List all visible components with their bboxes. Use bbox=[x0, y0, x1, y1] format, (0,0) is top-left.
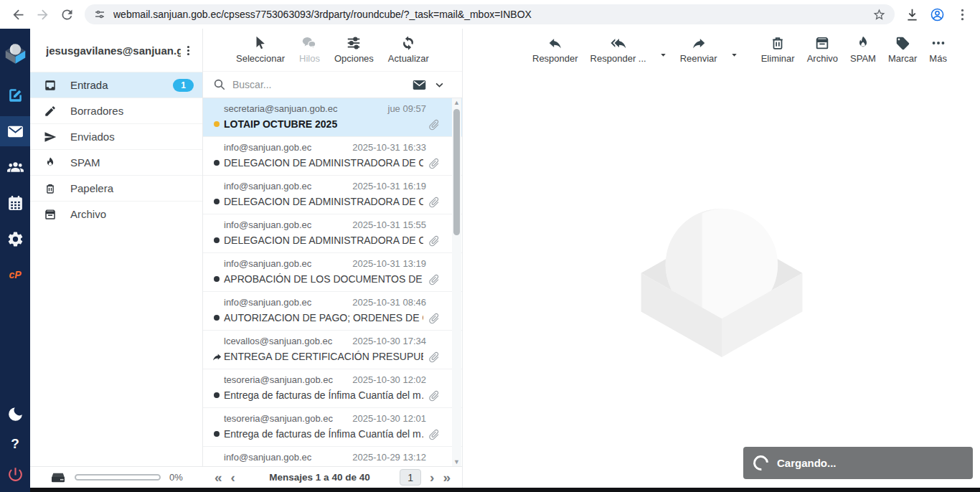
message-row[interactable]: info@sanjuan.gob.ec 2025-10-31 16:33 DEL… bbox=[203, 137, 462, 176]
message-list: secretaria@sanjuan.gob.ec jue 09:57 LOTA… bbox=[203, 98, 462, 466]
browser-menu-icon[interactable] bbox=[955, 7, 970, 22]
attachment-icon bbox=[428, 196, 440, 209]
download-icon[interactable] bbox=[905, 7, 920, 22]
loading-toast: Cargando... bbox=[743, 447, 973, 479]
reply-all-button[interactable]: Responder ... bbox=[590, 35, 646, 64]
message-row[interactable]: info@sanjuan.gob.ec 2025-10-31 16:19 DEL… bbox=[203, 176, 462, 214]
refresh-button[interactable]: Actualizar bbox=[388, 35, 429, 64]
bookmark-star-icon[interactable] bbox=[872, 8, 886, 22]
message-subject: Entrega de facturas de Ínfima Cuantía de… bbox=[224, 428, 423, 440]
reply-all-menu-button[interactable] bbox=[659, 50, 668, 60]
read-dot-icon[interactable] bbox=[212, 199, 224, 204]
url-text[interactable]: webmail.sanjuan.gob.ec/cpsess7753063093/… bbox=[113, 9, 865, 20]
rail-settings-button[interactable] bbox=[0, 224, 30, 254]
read-dot-icon[interactable] bbox=[212, 392, 224, 398]
options-label: Opciones bbox=[334, 53, 374, 64]
search-input[interactable] bbox=[232, 79, 409, 90]
moon-icon bbox=[6, 405, 24, 423]
options-button[interactable]: Opciones bbox=[334, 35, 374, 64]
message-row[interactable]: info@sanjuan.gob.ec 2025-10-31 08:46 AUT… bbox=[203, 292, 462, 331]
site-settings-icon[interactable] bbox=[93, 8, 106, 21]
read-dot-icon[interactable] bbox=[212, 160, 224, 166]
message-sender: tesoreria@sanjuan.gob.ec bbox=[224, 413, 347, 424]
attachment-icon bbox=[428, 389, 440, 402]
folder-sent[interactable]: Enviados bbox=[30, 123, 202, 149]
select-button[interactable]: Seleccionar bbox=[236, 35, 285, 64]
browser-reload-button[interactable] bbox=[55, 2, 79, 27]
window-edge bbox=[30, 488, 980, 492]
last-page-button[interactable]: » bbox=[438, 470, 455, 484]
quota-percent: 0% bbox=[169, 472, 183, 483]
rail-logout-button[interactable] bbox=[0, 459, 30, 489]
archive-button[interactable]: Archivo bbox=[807, 35, 838, 64]
scroll-up-icon[interactable]: ▲ bbox=[452, 99, 461, 106]
rail-darkmode-button[interactable] bbox=[0, 399, 30, 429]
page-number-input[interactable] bbox=[400, 469, 421, 486]
message-row[interactable]: info@sanjuan.gob.ec 2025-10-31 15:55 DEL… bbox=[203, 214, 462, 253]
threads-button[interactable]: Hilos bbox=[299, 35, 320, 64]
webmail-app: cP ? jesusgavilanes@sanjuan.gob.... Entr… bbox=[0, 29, 980, 492]
scrollbar-thumb[interactable] bbox=[453, 109, 460, 235]
rail-calendar-button[interactable] bbox=[0, 188, 30, 218]
rail-help-button[interactable]: ? bbox=[0, 429, 30, 459]
message-list-panel: Seleccionar Hilos Opciones Actualizar bbox=[203, 29, 463, 466]
pagination-label: Mensajes 1 a 40 de 40 bbox=[240, 472, 400, 483]
spam-button[interactable]: SPAM bbox=[850, 35, 876, 64]
rail-mail-button[interactable] bbox=[0, 116, 30, 146]
message-subject: DELEGACION DE ADMINISTRADORA DE OR… bbox=[224, 157, 423, 169]
rail-cpanel-button[interactable]: cP bbox=[0, 260, 30, 290]
folder-drafts[interactable]: Borradores bbox=[30, 98, 202, 123]
trash-icon bbox=[770, 35, 786, 51]
read-dot-icon[interactable] bbox=[212, 315, 224, 321]
browser-back-button[interactable] bbox=[6, 2, 30, 27]
caret-down-icon bbox=[659, 50, 668, 60]
first-page-button[interactable]: « bbox=[210, 470, 227, 484]
forward-button[interactable]: Reenviar bbox=[680, 35, 717, 64]
account-menu-button[interactable] bbox=[181, 41, 195, 60]
prev-page-button[interactable]: ‹ bbox=[227, 470, 240, 484]
folder-archive[interactable]: Archivo bbox=[30, 201, 202, 227]
scroll-down-icon[interactable]: ▼ bbox=[452, 458, 461, 465]
message-row[interactable]: info@sanjuan.gob.ec 2025-10-29 13:12 bbox=[203, 447, 462, 466]
rail-compose-button[interactable] bbox=[0, 80, 30, 110]
message-date: 2025-10-29 13:12 bbox=[352, 452, 426, 463]
list-scrollbar[interactable]: ▲ ▼ bbox=[452, 98, 461, 466]
read-dot-icon[interactable] bbox=[212, 237, 224, 243]
browser-forward-button[interactable] bbox=[30, 2, 55, 27]
message-date: 2025-10-31 16:33 bbox=[352, 142, 426, 153]
folder-trash[interactable]: Papelera bbox=[30, 175, 202, 201]
search-scope-mail-icon[interactable] bbox=[412, 77, 427, 93]
folder-label: Archivo bbox=[70, 208, 194, 220]
search-options-chevron-icon[interactable] bbox=[434, 80, 445, 90]
delete-button[interactable]: Eliminar bbox=[761, 35, 795, 64]
message-row[interactable]: info@sanjuan.gob.ec 2025-10-31 13:19 APR… bbox=[203, 253, 462, 292]
forwarded-icon[interactable] bbox=[212, 351, 224, 362]
forward-menu-button[interactable] bbox=[730, 50, 739, 60]
unread-dot-icon[interactable] bbox=[212, 121, 224, 127]
message-row[interactable]: lcevallos@sanjuan.gob.ec 2025-10-30 17:3… bbox=[203, 331, 462, 369]
message-date: 2025-10-30 17:34 bbox=[352, 336, 426, 346]
profile-icon[interactable] bbox=[930, 7, 945, 22]
folder-inbox[interactable]: Entrada 1 bbox=[30, 72, 202, 98]
folder-label: SPAM bbox=[70, 156, 194, 169]
spinner-icon bbox=[750, 453, 772, 474]
mark-button[interactable]: Marcar bbox=[888, 35, 917, 64]
message-date: 2025-10-30 12:01 bbox=[352, 413, 426, 424]
rail-contacts-button[interactable] bbox=[0, 152, 30, 182]
message-date: jue 09:57 bbox=[388, 103, 427, 114]
folder-spam[interactable]: SPAM bbox=[30, 149, 202, 175]
message-sender: secretaria@sanjuan.gob.ec bbox=[224, 103, 382, 114]
message-row[interactable]: secretaria@sanjuan.gob.ec jue 09:57 LOTA… bbox=[203, 98, 462, 137]
folder-label: Borradores bbox=[70, 105, 194, 117]
address-bar[interactable]: webmail.sanjuan.gob.ec/cpsess7753063093/… bbox=[85, 4, 895, 24]
browser-toolbar: webmail.sanjuan.gob.ec/cpsess7753063093/… bbox=[0, 0, 980, 29]
more-button[interactable]: Más bbox=[929, 35, 947, 64]
read-dot-icon[interactable] bbox=[212, 431, 224, 437]
read-dot-icon[interactable] bbox=[212, 276, 224, 282]
message-sender: info@sanjuan.gob.ec bbox=[224, 142, 347, 153]
reply-button[interactable]: Responder bbox=[532, 35, 578, 64]
next-page-button[interactable]: › bbox=[425, 470, 438, 484]
message-sender: info@sanjuan.gob.ec bbox=[224, 297, 347, 308]
message-row[interactable]: tesoreria@sanjuan.gob.ec 2025-10-30 12:0… bbox=[203, 369, 462, 408]
message-row[interactable]: tesoreria@sanjuan.gob.ec 2025-10-30 12:0… bbox=[203, 408, 462, 447]
